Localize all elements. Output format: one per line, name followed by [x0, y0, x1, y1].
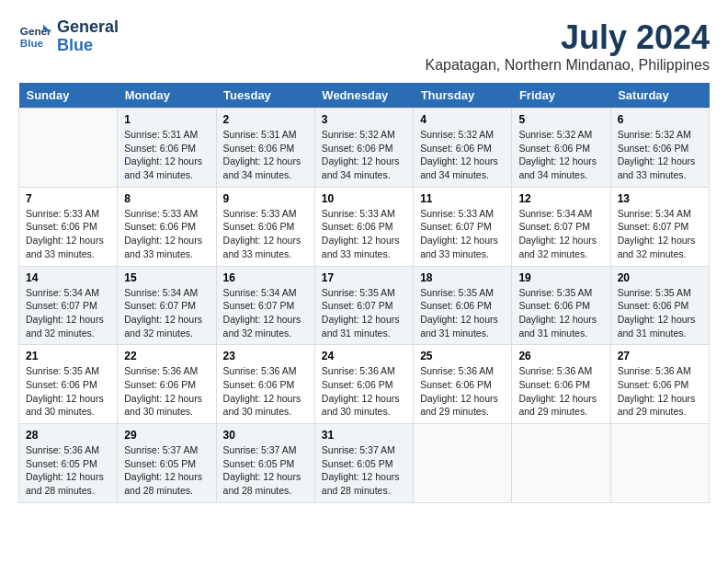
header: General Blue General Blue July 2024 Kapa… — [18, 18, 710, 74]
day-info: Sunrise: 5:35 AM Sunset: 6:06 PM Dayligh… — [618, 286, 702, 340]
calendar-cell: 18Sunrise: 5:35 AM Sunset: 6:06 PM Dayli… — [414, 266, 512, 345]
calendar-cell — [414, 424, 512, 503]
calendar-cell: 2Sunrise: 5:31 AM Sunset: 6:06 PM Daylig… — [216, 109, 314, 188]
day-number: 23 — [223, 350, 308, 362]
calendar-cell: 26Sunrise: 5:36 AM Sunset: 6:06 PM Dayli… — [512, 345, 610, 424]
week-row-2: 7Sunrise: 5:33 AM Sunset: 6:06 PM Daylig… — [19, 187, 710, 266]
day-info: Sunrise: 5:33 AM Sunset: 6:06 PM Dayligh… — [124, 207, 209, 261]
day-number: 24 — [322, 350, 406, 362]
day-info: Sunrise: 5:33 AM Sunset: 6:06 PM Dayligh… — [26, 207, 110, 261]
header-cell-friday: Friday — [512, 83, 610, 109]
calendar-cell: 19Sunrise: 5:35 AM Sunset: 6:06 PM Dayli… — [512, 266, 610, 345]
calendar-cell: 25Sunrise: 5:36 AM Sunset: 6:06 PM Dayli… — [414, 345, 512, 424]
day-number: 13 — [618, 192, 702, 205]
calendar-table: SundayMondayTuesdayWednesdayThursdayFrid… — [18, 83, 710, 503]
calendar-cell: 16Sunrise: 5:34 AM Sunset: 6:07 PM Dayli… — [216, 266, 314, 345]
subtitle: Kapatagan, Northern Mindanao, Philippine… — [425, 57, 710, 74]
day-info: Sunrise: 5:37 AM Sunset: 6:05 PM Dayligh… — [124, 443, 209, 498]
calendar-cell: 1Sunrise: 5:31 AM Sunset: 6:06 PM Daylig… — [118, 109, 216, 188]
day-info: Sunrise: 5:34 AM Sunset: 6:07 PM Dayligh… — [124, 286, 209, 340]
header-cell-sunday: Sunday — [19, 83, 118, 109]
calendar-cell: 15Sunrise: 5:34 AM Sunset: 6:07 PM Dayli… — [118, 266, 216, 345]
day-number: 12 — [518, 192, 603, 205]
day-number: 22 — [124, 350, 209, 362]
calendar-header: SundayMondayTuesdayWednesdayThursdayFrid… — [19, 83, 710, 109]
header-cell-tuesday: Tuesday — [216, 83, 314, 109]
calendar-cell: 7Sunrise: 5:33 AM Sunset: 6:06 PM Daylig… — [19, 187, 118, 266]
day-info: Sunrise: 5:35 AM Sunset: 6:07 PM Dayligh… — [322, 286, 406, 340]
calendar-cell: 17Sunrise: 5:35 AM Sunset: 6:07 PM Dayli… — [314, 266, 413, 345]
day-number: 10 — [322, 192, 406, 205]
header-row: SundayMondayTuesdayWednesdayThursdayFrid… — [19, 83, 710, 109]
logo-text-blue: Blue — [57, 37, 119, 55]
day-info: Sunrise: 5:32 AM Sunset: 6:06 PM Dayligh… — [420, 128, 505, 182]
header-cell-saturday: Saturday — [610, 83, 709, 109]
calendar-cell: 28Sunrise: 5:36 AM Sunset: 6:05 PM Dayli… — [19, 424, 118, 503]
calendar-cell: 23Sunrise: 5:36 AM Sunset: 6:06 PM Dayli… — [216, 345, 314, 424]
day-info: Sunrise: 5:33 AM Sunset: 6:06 PM Dayligh… — [322, 207, 406, 261]
day-number: 9 — [223, 192, 308, 205]
day-number: 28 — [26, 429, 110, 442]
calendar-cell: 8Sunrise: 5:33 AM Sunset: 6:06 PM Daylig… — [118, 187, 216, 266]
calendar-cell: 10Sunrise: 5:33 AM Sunset: 6:06 PM Dayli… — [314, 187, 413, 266]
day-number: 30 — [223, 429, 308, 442]
day-info: Sunrise: 5:32 AM Sunset: 6:06 PM Dayligh… — [518, 128, 603, 182]
calendar-cell: 9Sunrise: 5:33 AM Sunset: 6:06 PM Daylig… — [216, 187, 314, 266]
day-number: 18 — [420, 271, 505, 284]
day-info: Sunrise: 5:32 AM Sunset: 6:06 PM Dayligh… — [618, 128, 702, 182]
day-number: 31 — [322, 429, 406, 442]
calendar-cell: 13Sunrise: 5:34 AM Sunset: 6:07 PM Dayli… — [610, 187, 709, 266]
calendar-cell: 4Sunrise: 5:32 AM Sunset: 6:06 PM Daylig… — [414, 109, 512, 188]
day-number: 21 — [26, 350, 110, 362]
day-number: 17 — [322, 271, 406, 284]
day-number: 2 — [223, 113, 308, 126]
day-number: 20 — [618, 271, 702, 284]
week-row-1: 1Sunrise: 5:31 AM Sunset: 6:06 PM Daylig… — [19, 109, 710, 188]
day-info: Sunrise: 5:34 AM Sunset: 6:07 PM Dayligh… — [518, 207, 603, 261]
header-cell-monday: Monday — [118, 83, 216, 109]
day-number: 5 — [518, 113, 603, 126]
logo-icon: General Blue — [18, 20, 51, 53]
day-number: 19 — [518, 271, 603, 284]
calendar-cell: 12Sunrise: 5:34 AM Sunset: 6:07 PM Dayli… — [512, 187, 610, 266]
main-title: July 2024 — [425, 18, 710, 57]
header-cell-wednesday: Wednesday — [314, 83, 413, 109]
calendar-cell: 14Sunrise: 5:34 AM Sunset: 6:07 PM Dayli… — [19, 266, 118, 345]
day-info: Sunrise: 5:34 AM Sunset: 6:07 PM Dayligh… — [223, 286, 308, 340]
day-number: 11 — [420, 192, 505, 205]
day-number: 3 — [322, 113, 406, 126]
logo-text-general: General — [57, 18, 119, 37]
day-info: Sunrise: 5:34 AM Sunset: 6:07 PM Dayligh… — [26, 286, 110, 340]
header-cell-thursday: Thursday — [414, 83, 512, 109]
calendar-cell — [610, 424, 709, 503]
day-info: Sunrise: 5:35 AM Sunset: 6:06 PM Dayligh… — [518, 286, 603, 340]
svg-text:Blue: Blue — [20, 37, 44, 49]
day-number: 1 — [124, 113, 209, 126]
calendar-cell: 27Sunrise: 5:36 AM Sunset: 6:06 PM Dayli… — [610, 345, 709, 424]
day-number: 29 — [124, 429, 209, 442]
calendar-cell: 20Sunrise: 5:35 AM Sunset: 6:06 PM Dayli… — [610, 266, 709, 345]
calendar-cell — [512, 424, 610, 503]
calendar-cell: 31Sunrise: 5:37 AM Sunset: 6:05 PM Dayli… — [314, 424, 413, 503]
calendar-cell: 6Sunrise: 5:32 AM Sunset: 6:06 PM Daylig… — [610, 109, 709, 188]
day-number: 6 — [618, 113, 702, 126]
day-info: Sunrise: 5:31 AM Sunset: 6:06 PM Dayligh… — [124, 128, 209, 182]
day-info: Sunrise: 5:36 AM Sunset: 6:06 PM Dayligh… — [322, 364, 406, 419]
week-row-3: 14Sunrise: 5:34 AM Sunset: 6:07 PM Dayli… — [19, 266, 710, 345]
day-info: Sunrise: 5:36 AM Sunset: 6:06 PM Dayligh… — [223, 364, 308, 419]
day-number: 27 — [618, 350, 702, 362]
week-row-4: 21Sunrise: 5:35 AM Sunset: 6:06 PM Dayli… — [19, 345, 710, 424]
day-info: Sunrise: 5:34 AM Sunset: 6:07 PM Dayligh… — [618, 207, 702, 261]
day-info: Sunrise: 5:36 AM Sunset: 6:06 PM Dayligh… — [518, 364, 603, 419]
day-number: 4 — [420, 113, 505, 126]
calendar-cell: 29Sunrise: 5:37 AM Sunset: 6:05 PM Dayli… — [118, 424, 216, 503]
day-number: 14 — [26, 271, 110, 284]
day-info: Sunrise: 5:37 AM Sunset: 6:05 PM Dayligh… — [322, 443, 406, 498]
day-info: Sunrise: 5:36 AM Sunset: 6:06 PM Dayligh… — [124, 364, 209, 419]
day-info: Sunrise: 5:33 AM Sunset: 6:07 PM Dayligh… — [420, 207, 505, 261]
day-info: Sunrise: 5:35 AM Sunset: 6:06 PM Dayligh… — [420, 286, 505, 340]
day-number: 15 — [124, 271, 209, 284]
calendar-cell: 11Sunrise: 5:33 AM Sunset: 6:07 PM Dayli… — [414, 187, 512, 266]
calendar-cell: 30Sunrise: 5:37 AM Sunset: 6:05 PM Dayli… — [216, 424, 314, 503]
calendar-body: 1Sunrise: 5:31 AM Sunset: 6:06 PM Daylig… — [19, 109, 710, 503]
